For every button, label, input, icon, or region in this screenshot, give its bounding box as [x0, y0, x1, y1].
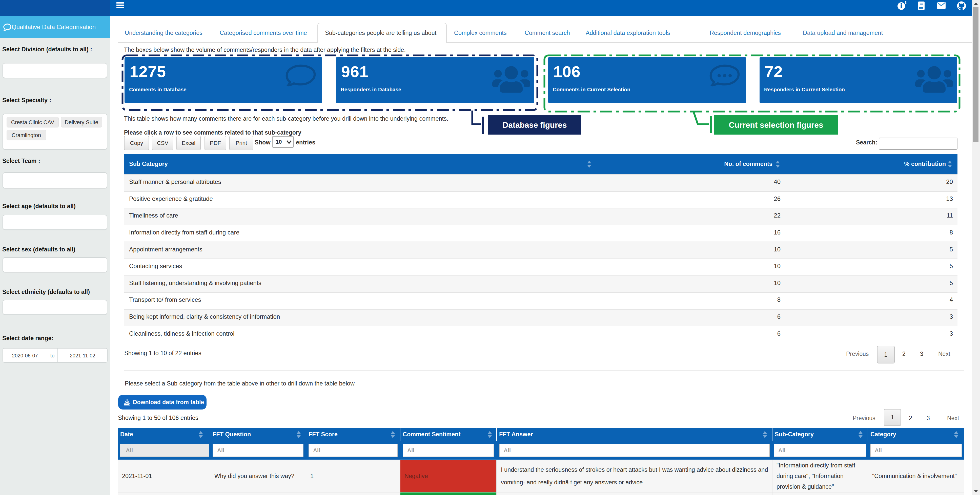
svg-text:3: 3 [905, 1, 907, 5]
